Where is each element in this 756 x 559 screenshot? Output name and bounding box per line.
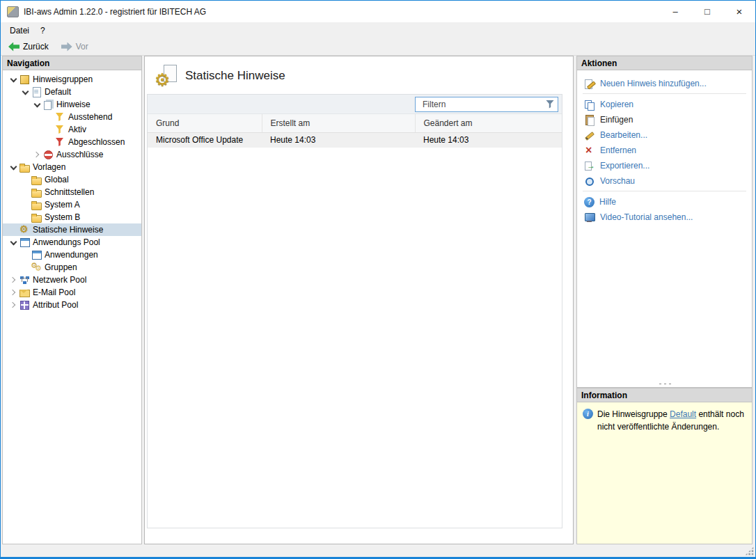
tree-item-statische-hinweise[interactable]: Statische Hinweise [3,223,141,236]
actions-panel: Aktionen Neuen Hinweis hinzufügen...Kopi… [576,56,753,388]
maximize-button[interactable]: □ [691,1,723,22]
content-area: Navigation HinweisgruppenDefaultHinweise… [1,56,755,544]
action-vorschau[interactable]: Vorschau [577,173,752,189]
page-title: Statische Hinweise [185,69,285,83]
action-kopieren[interactable]: Kopieren [577,97,752,112]
forward-button[interactable]: Vor [58,40,92,53]
folder-icon [31,212,42,222]
tree-item-label: Schnittstellen [43,187,97,197]
table-cell: Microsoft Office Update [148,132,262,148]
chevron-down-icon[interactable] [20,87,31,97]
menu-help[interactable]: ? [35,24,51,38]
information-body: Die Hinweisgruppe Default enthält noch n… [577,402,752,544]
minimize-button[interactable]: – [659,1,691,22]
chevron-down-icon[interactable] [8,162,19,173]
tree-item-label: Netzwerk Pool [31,275,89,285]
table-row[interactable]: Microsoft Office UpdateHeute 14:03Heute … [148,132,562,148]
back-button[interactable]: Zurück [5,40,52,53]
main-header: Statische Hinweise [145,56,573,92]
tree-item-label: System A [43,200,83,210]
action-label: Hilfe [599,197,616,207]
tree-item-system-a[interactable]: System A [3,198,141,211]
expander-spacer [44,125,54,135]
gears-icon [31,262,42,272]
chevron-right-icon[interactable] [32,150,42,160]
action-bearbeiten[interactable]: Bearbeiten... [577,127,752,143]
tree-item-anwendungen[interactable]: Anwendungen [3,249,141,261]
paste-icon [584,115,595,125]
notice-table-body: Microsoft Office UpdateHeute 14:03Heute … [148,132,562,148]
edit-icon [584,130,595,141]
tree-item-gruppen[interactable]: Gruppen [3,261,141,274]
tree-item-attribut-pool[interactable]: Attribut Pool [3,299,141,311]
chevron-right-icon[interactable] [8,288,19,298]
expander-spacer [8,225,19,235]
tree-item-e-mail-pool[interactable]: E-Mail Pool [3,286,141,299]
back-label: Zurück [23,42,49,52]
action-video-tutorial-ansehen[interactable]: Video-Tutorial ansehen... [577,210,752,225]
navigation-panel: Navigation HinweisgruppenDefaultHinweise… [2,56,142,544]
tree-item-label: Hinweise [55,100,93,109]
action-label: Video-Tutorial ansehen... [600,212,693,222]
action-label: Entfernen [600,145,636,155]
tree-item-system-b[interactable]: System B [3,211,141,223]
tree-item-vorlagen[interactable]: Vorlagen [3,161,141,173]
gear-icon [19,225,30,235]
action-entfernen[interactable]: Entfernen [577,143,752,158]
tree-item-ausstehend[interactable]: Ausstehend [3,111,141,123]
tree-item-label: Default [43,87,74,97]
action-label: Kopieren [600,100,633,109]
tree-item-label: Hinweisgruppen [31,74,95,84]
tree-item-abgeschlossen[interactable]: Abgeschlossen [3,136,141,148]
toolbar: Zurück Vor [1,38,755,56]
tree-item-netzwerk-pool[interactable]: Netzwerk Pool [3,274,141,286]
tree-item-ausschluesse[interactable]: Ausschlüsse [3,148,141,161]
info-text-before: Die Hinweisgruppe [597,409,670,419]
column-header-erstellt-am[interactable]: Erstellt am [262,114,415,132]
column-header-grund[interactable]: Grund [148,114,262,132]
default-group-link[interactable]: Default [670,409,696,419]
splitter-grip-icon[interactable] [656,381,673,385]
chevron-down-icon[interactable] [8,237,19,248]
action-hilfe[interactable]: Hilfe [577,194,752,210]
note-add-icon [584,79,595,89]
expander-spacer [20,212,31,223]
remove-icon [584,145,595,156]
action-label: Neuen Hinweis hinzufügen... [600,79,707,88]
tree-item-label: Global [43,175,72,184]
tree-item-aktiv[interactable]: Aktiv [3,123,141,136]
tree-item-label: System B [43,212,83,222]
video-icon [584,212,595,223]
funnel-red-icon [54,137,65,147]
forward-label: Vor [76,42,88,52]
action-neuen-hinweis-hinzufuegen[interactable]: Neuen Hinweis hinzufügen... [577,76,752,91]
folder-icon [31,200,42,210]
funnel-yellow-icon [54,112,65,122]
tree-item-schnittstellen[interactable]: Schnittstellen [3,186,141,198]
action-einfuegen[interactable]: Einfügen [577,112,752,127]
menubar: Datei ? [1,22,755,38]
chevron-right-icon[interactable] [8,275,19,285]
action-label: Einfügen [600,115,633,125]
filter-input[interactable] [415,97,558,112]
expander-spacer [20,200,31,210]
static-notices-icon [155,65,178,86]
expander-spacer [20,262,31,273]
preview-icon [584,176,595,187]
tree-item-hinweise[interactable]: Hinweise [3,98,141,111]
menu-datei[interactable]: Datei [4,24,35,38]
chevron-right-icon[interactable] [8,300,19,310]
table-header-row: Grund Erstellt am Geändert am [148,114,562,132]
column-header-geaendert-am[interactable]: Geändert am [415,114,562,132]
action-exportieren[interactable]: Exportieren... [577,158,752,173]
close-button[interactable]: × [723,1,755,22]
resize-grip-icon[interactable] [745,546,754,556]
chevron-down-icon[interactable] [32,100,42,110]
action-label: Vorschau [600,176,635,186]
notices-table: Grund Erstellt am Geändert am Microsoft … [148,114,562,148]
tree-item-global[interactable]: Global [3,173,141,186]
tree-item-hinweisgruppen[interactable]: Hinweisgruppen [3,73,141,86]
chevron-down-icon[interactable] [8,74,19,85]
tree-item-anwendungs-pool[interactable]: Anwendungs Pool [3,236,141,249]
tree-item-default[interactable]: Default [3,86,141,98]
